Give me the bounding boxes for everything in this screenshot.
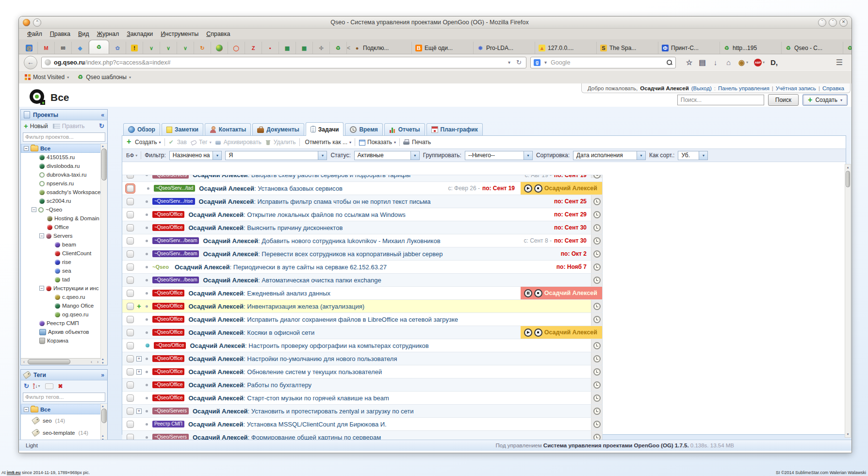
timer-stop-icon[interactable] — [534, 289, 542, 297]
timer-start-icon[interactable] — [524, 184, 532, 193]
content-tab[interactable]: Задачи — [306, 122, 344, 136]
tree-expander-icon[interactable]: − — [24, 146, 29, 151]
toolbar-icon[interactable]: ABP ▾ — [754, 59, 765, 66]
sort-select[interactable]: Дата исполнения▾ — [573, 151, 646, 160]
browser-tab[interactable]: ▪ — [262, 42, 279, 54]
expand-subtasks-icon[interactable]: + — [136, 369, 142, 375]
project-tree-item[interactable]: beam — [21, 240, 101, 249]
timer-stop-icon[interactable] — [534, 184, 542, 193]
task-title[interactable]: Осадчий Алексей: Автоматическая очистка … — [203, 277, 381, 284]
project-filter-input[interactable]: Фильтр проектов... — [23, 132, 105, 142]
project-tree-item[interactable]: divsloboda.ru — [21, 162, 101, 170]
search-engine-dropdown-icon[interactable]: ▾ — [543, 60, 548, 65]
toolbar-button[interactable]: Печать — [403, 139, 431, 146]
project-badge[interactable]: ~Qseo/Serv.../tad — [154, 185, 195, 192]
projects-hscrollbar[interactable]: ‹‹› — [21, 358, 101, 365]
project-badge[interactable]: ~Qseo/Office — [152, 381, 184, 388]
browser-tab[interactable]: ● Подклю... — [350, 42, 412, 54]
logout-link[interactable]: (Выход) — [691, 85, 712, 91]
toolbar-button[interactable]: Показать ▾ — [359, 139, 396, 146]
theme-label[interactable]: Light — [26, 443, 38, 448]
reload-icon[interactable]: ↻ — [515, 59, 523, 66]
menu-item[interactable]: Файл — [24, 30, 46, 38]
task-row[interactable]: ~Qseo Осадчий Алексей: Периодически в ау… — [122, 261, 603, 274]
task-title[interactable]: Осадчий Алексей: Установка MSSQL/ClientC… — [188, 421, 387, 428]
header-link[interactable]: Панель управления — [718, 85, 770, 91]
timer-clock-icon[interactable] — [593, 342, 601, 349]
project-badge[interactable]: ~Qseo/Office — [152, 394, 184, 401]
toolbar-icon[interactable]: ⌂ — [725, 59, 732, 66]
timer-clock-icon[interactable] — [593, 250, 601, 258]
project-tree-item[interactable]: c.qseo.ru — [21, 293, 101, 301]
task-row[interactable]: ~Qseo/Serv.../beam Осадчий Алексей: Доба… — [122, 234, 603, 247]
project-tree-item[interactable]: sea — [21, 266, 101, 275]
new-project-button[interactable]: Новый — [30, 123, 48, 130]
task-title[interactable]: Осадчий Алексей: Старт-стоп музыки по го… — [188, 394, 389, 402]
content-tab[interactable]: План-график — [426, 123, 483, 135]
project-tree-item[interactable]: Архив объектов — [21, 328, 101, 336]
scrollbar-thumb[interactable] — [846, 171, 850, 187]
timer-clock-icon[interactable] — [593, 277, 601, 284]
project-tree-item[interactable]: Реестр СМП — [21, 319, 101, 328]
menu-item[interactable]: Инструменты — [157, 30, 202, 38]
browser-tab[interactable]: ◆ — [72, 42, 89, 54]
browser-tab[interactable]: ∨ — [143, 42, 160, 54]
task-title[interactable]: Осадчий Алексей: Косяки в офисной сети — [188, 329, 314, 336]
task-row[interactable]: ~Qseo/Servers Осадчий Алексей: Выбрать с… — [122, 175, 603, 182]
timer-clock-icon[interactable] — [593, 381, 601, 389]
expand-subtasks-icon[interactable]: + — [136, 356, 142, 361]
project-badge[interactable]: ~Qseo/Serv.../rise — [152, 198, 195, 205]
magnifier-icon[interactable] — [666, 59, 672, 66]
header-link[interactable]: Учётная запись — [776, 85, 816, 91]
timer-start-icon[interactable] — [524, 289, 532, 297]
toolbar-button[interactable]: Создать ▾ — [126, 139, 161, 146]
timer-clock-icon[interactable] — [593, 211, 601, 218]
site-identity-icon[interactable] — [45, 59, 51, 66]
browser-tab[interactable]: ✉ — [55, 42, 72, 54]
task-title[interactable]: Осадчий Алексей: Выбрать схему работы се… — [193, 175, 410, 179]
browser-tab[interactable]: ∨ — [177, 42, 194, 54]
task-title[interactable]: Осадчий Алексей: Настройки по-умолчанию … — [188, 355, 397, 362]
task-title[interactable]: Осадчий Алексей: Настроить проверку орфо… — [190, 342, 428, 349]
tree-expander-icon[interactable]: − — [32, 207, 36, 212]
project-badge[interactable]: Реестр СМП — [152, 421, 184, 427]
menu-item[interactable]: Справка — [203, 30, 233, 38]
tags-root-item[interactable]: − Все — [21, 404, 101, 414]
task-title[interactable]: Осадчий Алексей: Периодически в ауте сай… — [175, 263, 387, 271]
toolbar-button[interactable]: Удалить — [265, 139, 296, 146]
task-checkbox[interactable] — [127, 211, 134, 218]
maximize-button[interactable]: ˆ — [829, 18, 837, 27]
timer-stop-icon[interactable] — [534, 328, 542, 337]
content-tab[interactable]: Время — [345, 123, 382, 135]
header-link[interactable]: Справка — [822, 85, 844, 91]
task-title[interactable]: Осадчий Алексей: Добавить нового сотрудн… — [203, 237, 440, 245]
task-row[interactable]: ~Qseo/Serv.../rise Осадчий Алексей: Испр… — [122, 195, 603, 208]
task-checkbox[interactable] — [127, 290, 134, 297]
browser-tab[interactable]: ♻ — [89, 40, 109, 54]
status-select[interactable]: Активные▾ — [354, 151, 420, 160]
expand-subtasks-icon[interactable]: + — [136, 409, 142, 414]
project-tree-item[interactable]: og.qseo.ru — [21, 310, 101, 319]
minimize-button[interactable]: ˇ — [818, 18, 826, 27]
project-tree-item[interactable]: − Servers — [21, 231, 101, 240]
task-row[interactable]: Реестр СМП Осадчий Алексей: Установка MS… — [122, 418, 603, 431]
tags-scrollbar[interactable]: ▴ ▴ ▾ — [100, 404, 107, 442]
close-button[interactable]: ✕ — [839, 18, 848, 27]
browser-tab[interactable]: Z — [245, 42, 262, 54]
content-tab[interactable]: Отчеты — [384, 123, 425, 135]
task-title[interactable]: Осадчий Алексей: Инвентаризация железа (… — [188, 303, 364, 310]
browser-tab[interactable]: ♻ — [330, 42, 347, 54]
refresh-icon[interactable]: ↻ — [99, 122, 104, 130]
assignee-select[interactable]: Я▾ — [225, 151, 327, 160]
menu-item[interactable]: Журнал — [94, 30, 123, 38]
collapse-panel-icon[interactable]: « — [101, 112, 104, 118]
content-tab[interactable]: Контакты — [205, 123, 251, 135]
task-title[interactable]: Осадчий Алексей: Открытие локальных файл… — [188, 211, 405, 218]
project-badge[interactable]: ~Qseo/Servers — [152, 408, 189, 414]
timer-clock-icon[interactable] — [593, 394, 601, 402]
project-tree-item[interactable]: Office — [21, 223, 101, 231]
timer-clock-icon[interactable] — [593, 175, 601, 179]
timer-clock-icon[interactable] — [593, 421, 601, 428]
search-button[interactable]: Поиск — [768, 94, 799, 106]
refresh-icon[interactable]: ↻ — [24, 382, 29, 390]
